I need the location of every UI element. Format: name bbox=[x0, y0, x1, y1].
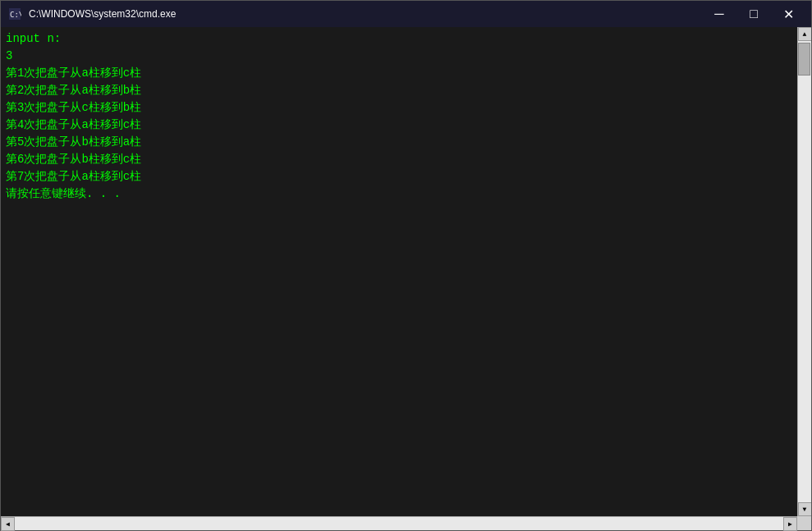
horizontal-scrollbar[interactable]: ◀ ▶ bbox=[1, 516, 797, 530]
cmd-window: C:\ C:\WINDOWS\system32\cmd.exe ─ □ ✕ in… bbox=[0, 0, 812, 531]
window-controls: ─ □ ✕ bbox=[703, 1, 805, 27]
scroll-up-arrow[interactable]: ▲ bbox=[798, 27, 812, 41]
console-line: 第7次把盘子从a柱移到c柱 bbox=[6, 168, 792, 185]
console-line: 3 bbox=[6, 48, 792, 65]
maximize-button[interactable]: □ bbox=[737, 1, 770, 27]
vertical-scrollbar[interactable]: ▲ ▼ bbox=[797, 27, 811, 516]
title-bar: C:\ C:\WINDOWS\system32\cmd.exe ─ □ ✕ bbox=[1, 1, 811, 27]
scroll-down-arrow[interactable]: ▼ bbox=[798, 502, 812, 516]
console-line: 第6次把盘子从b柱移到c柱 bbox=[6, 151, 792, 168]
scroll-left-arrow[interactable]: ◀ bbox=[1, 517, 15, 531]
console-output[interactable]: input n:3第1次把盘子从a柱移到c柱第2次把盘子从a柱移到b柱第3次把盘… bbox=[1, 27, 797, 516]
console-body: input n:3第1次把盘子从a柱移到c柱第2次把盘子从a柱移到b柱第3次把盘… bbox=[1, 27, 811, 516]
console-line: 第3次把盘子从c柱移到b柱 bbox=[6, 99, 792, 117]
window-title: C:\WINDOWS\system32\cmd.exe bbox=[29, 8, 703, 20]
scroll-thumb-y[interactable] bbox=[798, 43, 810, 76]
console-line: 第5次把盘子从b柱移到a柱 bbox=[6, 134, 792, 151]
console-line: input n: bbox=[6, 30, 792, 48]
close-button[interactable]: ✕ bbox=[772, 1, 805, 27]
bottom-bar: ◀ ▶ bbox=[1, 516, 811, 530]
console-line: 第1次把盘子从a柱移到c柱 bbox=[6, 65, 792, 82]
console-line: 请按任意键继续. . . bbox=[6, 185, 792, 203]
scroll-right-arrow[interactable]: ▶ bbox=[783, 517, 797, 531]
cmd-icon: C:\ bbox=[7, 7, 22, 21]
scrollbar-corner bbox=[797, 516, 811, 530]
console-line: 第2次把盘子从a柱移到b柱 bbox=[6, 82, 792, 99]
scroll-track-x[interactable] bbox=[15, 517, 783, 530]
console-line: 第4次把盘子从a柱移到c柱 bbox=[6, 117, 792, 134]
svg-text:C:\: C:\ bbox=[10, 11, 21, 19]
scroll-track-y[interactable] bbox=[798, 41, 811, 502]
minimize-button[interactable]: ─ bbox=[703, 1, 736, 27]
